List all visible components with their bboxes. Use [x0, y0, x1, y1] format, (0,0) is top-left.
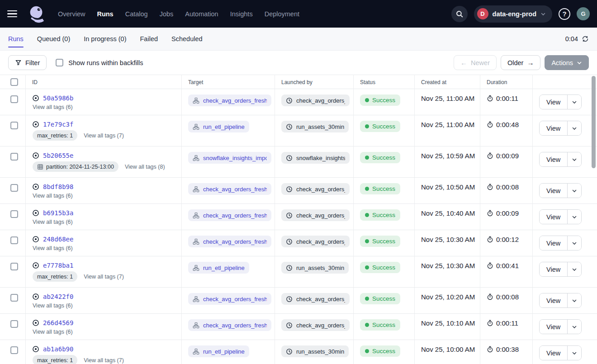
view-dropdown-button[interactable] [567, 346, 581, 360]
run-tag-pill[interactable]: max_retries: 1 [33, 130, 77, 141]
view-button[interactable]: View [540, 184, 567, 198]
nav-item-automation[interactable]: Automation [185, 10, 218, 18]
view-dropdown-button[interactable] [567, 262, 581, 276]
view-button[interactable]: View [540, 293, 567, 307]
launched-by-pill[interactable]: run_assets_30min [281, 262, 349, 274]
view-all-tags-link[interactable]: View all tags (6) [33, 303, 73, 309]
nav-item-jobs[interactable]: Jobs [160, 10, 174, 18]
backfills-checkbox[interactable] [56, 59, 63, 66]
view-dropdown-button[interactable] [567, 293, 581, 307]
help-button[interactable]: ? [559, 8, 570, 20]
row-checkbox[interactable] [10, 346, 18, 354]
target-pill[interactable]: run_etl_pipeline [188, 262, 249, 274]
view-button[interactable]: View [540, 346, 567, 360]
row-checkbox[interactable] [10, 210, 18, 218]
newer-button[interactable]: ← Newer [454, 55, 497, 70]
run-id-link[interactable]: 248d68ee [43, 236, 73, 243]
run-tag-pill[interactable]: max_retries: 1 [33, 271, 77, 282]
run-id-link[interactable]: 8bdf8b98 [43, 183, 73, 190]
tab-scheduled[interactable]: Scheduled [171, 28, 203, 50]
target-pill[interactable]: check_avg_orders_freshne [188, 183, 271, 195]
launched-by-pill[interactable]: check_avg_orders_f… [281, 183, 350, 195]
launched-by-pill[interactable]: snowflake_insights_… [281, 152, 350, 164]
nav-item-catalog[interactable]: Catalog [125, 10, 148, 18]
user-avatar[interactable]: G [577, 7, 590, 20]
view-all-tags-link[interactable]: View all tags (6) [33, 329, 73, 335]
row-checkbox[interactable] [10, 320, 18, 328]
target-pill[interactable]: snowflake_insights_import [188, 152, 271, 164]
run-id-link[interactable]: 5b20655e [43, 152, 73, 159]
filter-button[interactable]: Filter [8, 55, 47, 70]
view-button[interactable]: View [540, 121, 567, 135]
run-id-link[interactable]: ab1a6b90 [43, 345, 73, 353]
view-dropdown-button[interactable] [567, 184, 581, 198]
target-pill[interactable]: run_etl_pipeline [188, 121, 249, 132]
select-all-checkbox[interactable] [10, 78, 18, 86]
view-all-tags-link[interactable]: View all tags (6) [33, 245, 73, 251]
view-all-tags-link[interactable]: View all tags (6) [33, 193, 73, 199]
nav-item-insights[interactable]: Insights [230, 10, 253, 18]
target-pill[interactable]: check_avg_orders_freshne [188, 236, 271, 247]
tab-runs[interactable]: Runs [8, 28, 24, 50]
row-checkbox[interactable] [10, 95, 18, 103]
view-dropdown-button[interactable] [567, 320, 581, 334]
target-pill[interactable]: check_avg_orders_freshne [188, 95, 271, 106]
tab-queued[interactable]: Queued (0) [37, 28, 70, 50]
launched-by-pill[interactable]: check_avg_orders_f… [281, 209, 350, 221]
row-checkbox[interactable] [10, 294, 18, 302]
row-checkbox[interactable] [10, 184, 18, 192]
target-pill[interactable]: check_avg_orders_freshne [188, 319, 271, 331]
view-button[interactable]: View [540, 236, 567, 250]
row-checkbox[interactable] [10, 122, 18, 129]
search-button[interactable] [451, 6, 468, 22]
view-dropdown-button[interactable] [567, 152, 581, 166]
row-checkbox[interactable] [10, 153, 18, 161]
older-button[interactable]: Older → [501, 55, 540, 70]
run-id-link[interactable]: e7778ba1 [43, 262, 73, 269]
run-id-link[interactable]: 17e79c3f [43, 121, 73, 128]
view-dropdown-button[interactable] [567, 210, 581, 224]
run-tag-pill[interactable]: max_retries: 1 [33, 355, 77, 364]
nav-item-runs[interactable]: Runs [97, 10, 113, 18]
nav-item-deployment[interactable]: Deployment [265, 10, 299, 18]
tab-in-progress[interactable]: In progress (0) [84, 28, 126, 50]
vertical-scrollbar[interactable] [592, 76, 596, 168]
run-id-link[interactable]: 50a5986b [43, 95, 73, 102]
view-all-tags-link[interactable]: View all tags (8) [125, 164, 165, 170]
view-all-tags-link[interactable]: View all tags (7) [84, 274, 124, 280]
view-all-tags-link[interactable]: View all tags (6) [33, 219, 73, 225]
run-id-link[interactable]: b6915b3a [43, 209, 73, 217]
dagster-logo-icon[interactable] [27, 4, 46, 24]
nav-item-overview[interactable]: Overview [58, 10, 85, 18]
launched-by-pill[interactable]: check_avg_orders_f… [281, 95, 350, 106]
row-checkbox[interactable] [10, 263, 18, 270]
refresh-icon[interactable] [582, 35, 589, 43]
actions-button[interactable]: Actions [545, 55, 589, 70]
view-all-tags-link[interactable]: View all tags (7) [84, 357, 124, 364]
target-pill[interactable]: run_etl_pipeline [188, 345, 249, 357]
launched-by-pill[interactable]: run_assets_30min [281, 121, 349, 132]
launched-by-pill[interactable]: check_avg_orders_f… [281, 293, 350, 305]
target-pill[interactable]: check_avg_orders_freshne [188, 293, 271, 305]
view-button[interactable]: View [540, 152, 567, 166]
tab-failed[interactable]: Failed [140, 28, 158, 50]
view-all-tags-link[interactable]: View all tags (6) [33, 104, 73, 110]
run-tag-pill[interactable]: partition: 2024-11-25-13:00 [33, 161, 118, 172]
view-dropdown-button[interactable] [567, 95, 581, 109]
launched-by-pill[interactable]: check_avg_orders_f… [281, 236, 350, 247]
run-id-link[interactable]: 266d4569 [43, 319, 73, 326]
view-button[interactable]: View [540, 95, 567, 109]
launched-by-pill[interactable]: check_avg_orders_f… [281, 319, 350, 331]
deployment-switcher[interactable]: D data-eng-prod [474, 5, 552, 23]
view-dropdown-button[interactable] [567, 236, 581, 250]
view-button[interactable]: View [540, 210, 567, 224]
launched-by-pill[interactable]: run_assets_30min [281, 345, 349, 357]
hamburger-menu-icon[interactable] [7, 7, 21, 21]
view-dropdown-button[interactable] [567, 121, 581, 135]
view-button[interactable]: View [540, 320, 567, 334]
row-checkbox[interactable] [10, 236, 18, 244]
view-button[interactable]: View [540, 262, 567, 276]
target-pill[interactable]: check_avg_orders_freshne [188, 209, 271, 221]
run-id-link[interactable]: ab2422f0 [43, 293, 73, 300]
view-all-tags-link[interactable]: View all tags (7) [84, 132, 124, 139]
